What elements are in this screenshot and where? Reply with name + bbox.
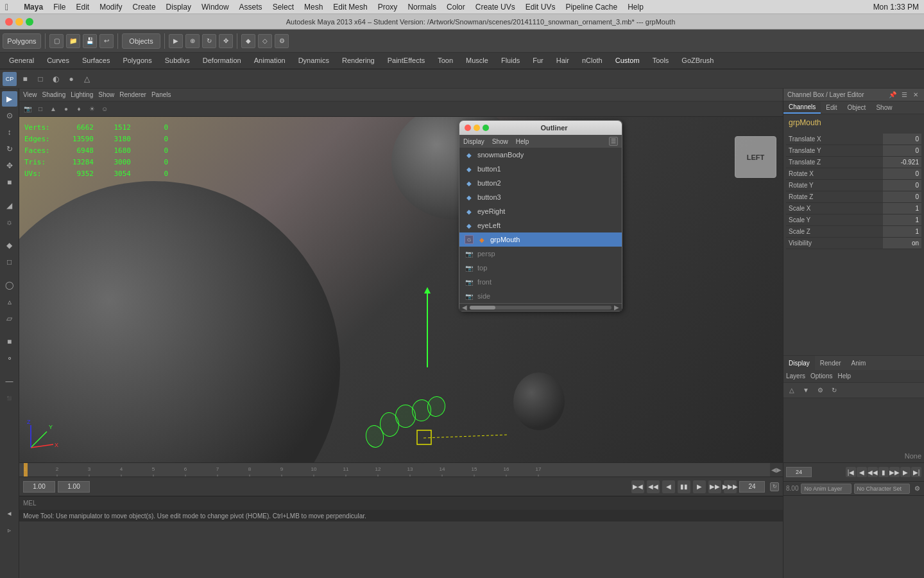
menu-mesh[interactable]: Mesh — [304, 3, 323, 12]
cb-row-rotate-y[interactable]: Rotate Y 0 — [786, 180, 921, 191]
rp-skip-start[interactable]: |◀ — [846, 467, 856, 477]
rp-time-field[interactable] — [786, 467, 812, 477]
move-tool[interactable]: ↕ — [2, 125, 17, 140]
layer-refresh-icon[interactable]: ↻ — [828, 385, 840, 396]
channel-box-close-icon[interactable]: ✕ — [911, 91, 920, 100]
menu-display[interactable]: Display — [166, 3, 191, 12]
cb-row-rotate-z[interactable]: Rotate Z 0 — [786, 191, 921, 203]
menu-help[interactable]: Help — [628, 3, 644, 12]
close-button[interactable] — [5, 18, 13, 26]
cb-row-translate-x[interactable]: Translate X 0 — [786, 134, 921, 145]
tab-surfaces[interactable]: Surfaces — [76, 53, 116, 69]
outliner-maximize[interactable] — [483, 125, 489, 131]
objects-selector[interactable]: Objects — [122, 33, 160, 49]
wireframe-icon[interactable]: ▲ — [47, 103, 59, 115]
menu-create[interactable]: Create — [133, 3, 156, 12]
shading-menu[interactable]: Shading — [42, 91, 66, 98]
scroll-right-icon[interactable]: ▶ — [613, 302, 620, 312]
menu-edit-mesh[interactable]: Edit Mesh — [333, 3, 367, 12]
renderer-menu[interactable]: Renderer — [119, 91, 146, 98]
tab-hair[interactable]: Hair — [550, 53, 576, 69]
view-menu[interactable]: View — [23, 91, 37, 98]
cb-value-visibility[interactable]: on — [883, 238, 921, 249]
shelf-icon-5[interactable]: △ — [80, 72, 94, 86]
tab-fur[interactable]: Fur — [526, 53, 550, 69]
cb-row-scale-x[interactable]: Scale X 1 — [786, 203, 921, 215]
play-forward-button[interactable]: ▶ — [693, 480, 706, 493]
cluster-tool[interactable]: ▵ — [2, 294, 17, 310]
outliner-item-side[interactable]: 📷 side — [459, 289, 622, 303]
universal-manip-tool[interactable]: ■ — [2, 175, 17, 190]
select-tool-icon[interactable]: ▶ — [169, 34, 183, 48]
texture-icon[interactable]: ♦ — [73, 103, 85, 115]
menu-proxy[interactable]: Proxy — [378, 3, 398, 12]
tab-dynamics[interactable]: Dynamics — [292, 53, 336, 69]
outliner-item-eyeLeft[interactable]: ◆ eyeLeft — [459, 218, 622, 232]
layers-menu[interactable]: Layers — [786, 372, 805, 380]
tab-general[interactable]: General — [3, 53, 40, 69]
timeline-scroll-left[interactable]: ◀ — [771, 466, 776, 473]
rp-skip-end[interactable]: ▶| — [911, 467, 921, 477]
open-scene-icon[interactable]: 📁 — [66, 34, 80, 48]
rp-stop[interactable]: ▮ — [878, 467, 889, 477]
scale-tool[interactable]: ✥ — [2, 158, 17, 173]
tab-gozbrush[interactable]: GoZBrush — [675, 53, 720, 69]
paint-select-tool[interactable]: ☼ — [2, 215, 17, 230]
measure-tool[interactable]: ― — [2, 374, 17, 389]
cb-value-translate-z[interactable]: -0.921 — [883, 157, 921, 168]
cb-row-visibility[interactable]: Visibility on — [786, 238, 921, 249]
channel-box-menu-icon[interactable]: ☰ — [900, 91, 909, 100]
scroll-thumb[interactable] — [470, 306, 495, 310]
layer-options-icon[interactable]: ⚙ — [814, 385, 826, 396]
ipr-icon[interactable]: ◇ — [258, 34, 272, 48]
tab-polygons[interactable]: Polygons — [116, 53, 158, 69]
menu-assets[interactable]: Assets — [239, 3, 262, 12]
tab-object[interactable]: Object — [843, 101, 871, 114]
menu-window[interactable]: Window — [201, 3, 229, 12]
outliner-item-front[interactable]: 📷 front — [459, 275, 622, 289]
outliner-display-menu[interactable]: Display — [463, 138, 484, 145]
tab-show[interactable]: Show — [871, 101, 897, 114]
cb-value-scale-x[interactable]: 1 — [883, 203, 921, 214]
cb-value-rotate-z[interactable]: 0 — [883, 191, 921, 202]
cb-value-rotate-y[interactable]: 0 — [883, 180, 921, 191]
tab-custom[interactable]: Custom — [609, 53, 646, 69]
cb-row-scale-z[interactable]: Scale Z 1 — [786, 226, 921, 238]
panels-menu[interactable]: Panels — [151, 91, 171, 98]
anim-layer-field[interactable]: No Anim Layer — [801, 484, 851, 494]
tab-rendering[interactable]: Rendering — [336, 53, 381, 69]
timeline-scroll[interactable]: ◀ ▶ — [770, 466, 783, 473]
range-end-field[interactable] — [739, 481, 765, 493]
cb-row-translate-z[interactable]: Translate Z -0.921 — [786, 157, 921, 168]
soft-select-tool[interactable]: ◢ — [2, 198, 17, 213]
tab-tools[interactable]: Tools — [646, 53, 676, 69]
scroll-left-icon[interactable]: ◀ — [461, 302, 468, 312]
render-icon[interactable]: ◆ — [241, 34, 255, 48]
lasso-select-tool[interactable]: ⊙ — [2, 108, 17, 123]
rotate-tool[interactable]: ↻ — [2, 141, 17, 157]
render-settings-icon[interactable]: ⚙ — [275, 34, 289, 48]
rp-step-forward[interactable]: ▶ — [900, 467, 911, 477]
outliner-options-icon[interactable]: ☰ — [609, 137, 618, 146]
rotate-icon[interactable]: ↻ — [202, 34, 216, 48]
outliner-item-button2[interactable]: ◆ button2 — [459, 176, 622, 190]
annotation-tool[interactable]: ◾ — [2, 390, 17, 406]
select-tool[interactable]: ▶ — [2, 91, 17, 107]
camera-icon[interactable]: 📷 — [22, 103, 33, 115]
tab-subdivs[interactable]: Subdivs — [158, 53, 196, 69]
timeline-area[interactable]: 1 2 3 4 5 6 7 8 — [19, 462, 783, 477]
range-start-field[interactable] — [58, 481, 90, 493]
tab-fluids[interactable]: Fluids — [495, 53, 526, 69]
play-back-button[interactable]: ◀ — [662, 480, 675, 493]
outliner-close[interactable] — [465, 125, 471, 131]
shelf-icon-2[interactable]: □ — [33, 72, 47, 86]
lighting-off-icon[interactable]: ☀ — [86, 103, 98, 115]
rp-play-back[interactable]: ◀◀ — [868, 467, 878, 477]
viewport-canvas[interactable]: Y X Z Verts: 6662 1512 0 Edges: 13590 — [19, 117, 783, 462]
sculpt-tool[interactable]: ◯ — [2, 277, 17, 293]
delete-layer-icon[interactable]: ▼ — [800, 385, 812, 396]
apple-menu[interactable]:  — [5, 2, 8, 12]
lattice-tool[interactable]: ▱ — [2, 311, 17, 326]
tab-toon[interactable]: Toon — [431, 53, 459, 69]
outliner-show-menu[interactable]: Show — [492, 138, 508, 145]
